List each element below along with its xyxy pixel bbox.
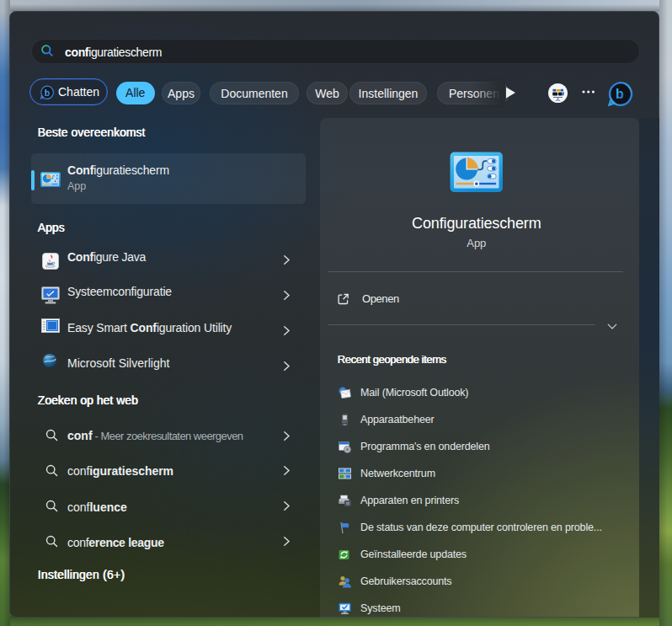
svg-text:b: b (44, 87, 50, 97)
svg-text:b: b (616, 87, 624, 101)
